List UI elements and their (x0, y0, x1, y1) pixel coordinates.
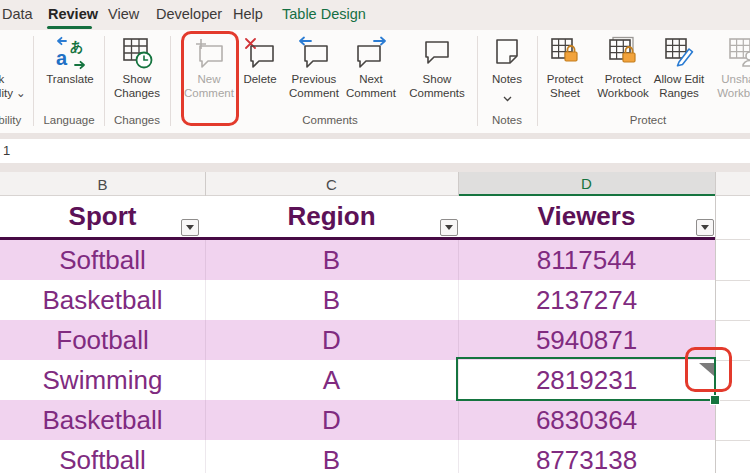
table-right-edge (715, 196, 716, 473)
unshare-workbook-button[interactable]: Unshare Workbook (712, 34, 750, 112)
delete-comment-icon (242, 34, 278, 70)
formula-bar[interactable]: 1 (0, 139, 750, 163)
show-changes-button[interactable]: Show Changes (108, 34, 166, 112)
svg-text:a: a (56, 47, 68, 69)
table-row[interactable]: Softball B 8117544 (0, 240, 715, 280)
ribbon-group-label-language: Language (43, 114, 94, 130)
filter-button-viewers[interactable] (696, 219, 714, 236)
show-changes-icon (120, 34, 154, 70)
cell-region[interactable]: D (205, 320, 458, 360)
cell-sport[interactable]: Football (0, 320, 205, 360)
spreadsheet-grid: Softball B 8117544 Basketball B 2137274 … (0, 196, 750, 473)
ribbon-group-separator (170, 36, 171, 126)
protect-sheet-icon (548, 34, 582, 70)
cell-viewers[interactable]: 2137274 (458, 280, 715, 320)
column-header-b[interactable]: B (0, 172, 205, 196)
tab-help[interactable]: Help (233, 0, 263, 30)
column-divider (205, 172, 206, 196)
notes-button[interactable]: Notes (483, 34, 531, 112)
translate-icon: あ a (53, 34, 87, 70)
cell-viewers[interactable]: 8773138 (458, 440, 715, 473)
red-highlight-note-indicator (685, 347, 732, 392)
show-comments-icon (419, 34, 455, 70)
table-row[interactable]: Softball B 8773138 (0, 440, 715, 473)
fill-handle[interactable] (710, 395, 720, 405)
table-row[interactable]: Football D 5940871 (0, 320, 715, 360)
protect-workbook-button[interactable]: Protect Workbook (592, 34, 654, 112)
table-header-region[interactable]: Region (205, 196, 458, 237)
cell-viewers[interactable]: 5940871 (458, 320, 715, 360)
cell-sport[interactable]: Swimming (0, 360, 205, 400)
protect-sheet-button[interactable]: Protect Sheet (541, 34, 589, 112)
tab-developer[interactable]: Developer (156, 0, 222, 30)
tab-data[interactable]: Data (2, 0, 33, 30)
ribbon-group-label-comments: Comments (302, 114, 358, 130)
table-row[interactable]: Basketball B 2137274 (0, 280, 715, 320)
show-comments-button[interactable]: Show Comments (405, 34, 469, 112)
chevron-down-icon (503, 88, 512, 106)
cell-region[interactable]: B (205, 280, 458, 320)
red-highlight-new-comment (181, 31, 239, 126)
table-header-viewers[interactable]: Viewers (458, 196, 715, 237)
filter-dropdown-icon (701, 225, 709, 230)
gridline (715, 280, 750, 281)
note-icon (490, 34, 524, 70)
cell-sport[interactable]: Basketball (0, 280, 205, 320)
svg-text:あ: あ (70, 39, 83, 54)
next-comment-icon (353, 34, 389, 70)
cell-viewers[interactable]: 6830364 (458, 400, 715, 440)
filter-button-sport[interactable] (181, 219, 199, 236)
table-header-sport[interactable]: Sport (0, 196, 205, 237)
excel-window: { "tabs": { "items": [ {"label": "Data"}… (0, 0, 750, 473)
ribbon-group-label-changes: Changes (114, 114, 160, 130)
delete-comment-button[interactable]: Delete (238, 34, 282, 112)
filter-dropdown-icon (445, 225, 453, 230)
filter-button-region[interactable] (440, 219, 458, 236)
ribbon-group-separator (104, 36, 105, 126)
table-header-row: Sport Region Viewers (0, 196, 715, 240)
next-comment-button[interactable]: Next Comment (343, 34, 399, 112)
table-row[interactable]: Basketball D 6830364 (0, 400, 715, 440)
ribbon-tab-bar: Data Review View Developer Help Table De… (0, 0, 750, 30)
cell-region[interactable]: A (205, 360, 458, 400)
previous-comment-button[interactable]: Previous Comment (284, 34, 344, 112)
cell-viewers[interactable]: 8117544 (458, 240, 715, 280)
column-header-strip: B C D (0, 172, 750, 196)
cell-region[interactable]: B (205, 240, 458, 280)
column-divider (458, 172, 459, 196)
column-divider (715, 172, 716, 196)
translate-button[interactable]: あ a Translate (41, 34, 99, 112)
accessibility-person-icon (0, 34, 4, 70)
previous-comment-icon (296, 34, 332, 70)
ribbon-group-label-notes: Notes (492, 114, 522, 130)
formula-bar-bottom-strip (0, 163, 750, 172)
tab-view[interactable]: View (108, 0, 139, 30)
cell-region[interactable]: B (205, 440, 458, 473)
tab-table-design[interactable]: Table Design (282, 0, 366, 30)
active-tab-underline (47, 26, 92, 29)
gridline (715, 239, 750, 240)
ribbon-group-label-accessibility: Accessibility (0, 114, 21, 130)
column-header-d[interactable]: D (458, 172, 715, 196)
allow-edit-ranges-icon (662, 34, 696, 70)
gridline (715, 440, 750, 441)
cell-sport[interactable]: Basketball (0, 400, 205, 440)
ribbon-group-separator (537, 36, 538, 126)
gridline (715, 320, 750, 321)
filter-dropdown-icon (186, 225, 194, 230)
gridline (715, 400, 750, 401)
column-header-c[interactable]: C (205, 172, 458, 196)
ribbon-group-separator (477, 36, 478, 126)
ribbon-group-separator (33, 36, 34, 126)
cell-region[interactable]: D (205, 400, 458, 440)
unshare-workbook-icon (726, 34, 750, 70)
selected-cell-border (456, 357, 716, 401)
protect-workbook-icon (606, 34, 640, 70)
ribbon-group-label-protect: Protect (630, 114, 666, 130)
cell-sport[interactable]: Softball (0, 440, 205, 473)
cell-sport[interactable]: Softball (0, 240, 205, 280)
allow-edit-ranges-button[interactable]: Allow Edit Ranges (650, 34, 708, 112)
ribbon: Check Accessibility ⌄ あ a Translate Lang… (0, 30, 750, 133)
column-header-e[interactable] (715, 172, 750, 196)
